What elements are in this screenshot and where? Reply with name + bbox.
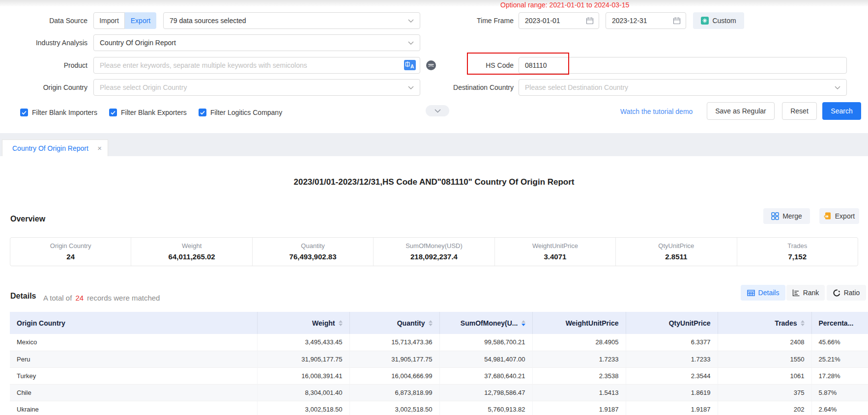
import-toggle[interactable]: Import: [93, 12, 125, 29]
custom-icon: [701, 17, 709, 25]
cell-qtyunitprice: 1.8619: [626, 384, 718, 401]
table-row: Turkey16,008,391.4116,004,666.9937,680,6…: [10, 367, 868, 384]
checkbox-label: Filter Blank Exporters: [121, 109, 187, 116]
stat-weight: Weight64,011,265.02: [131, 238, 252, 266]
chevron-down-icon: [434, 109, 441, 113]
view-details-button[interactable]: Details: [741, 285, 785, 301]
sort-icon[interactable]: [801, 320, 805, 326]
destination-country-label: Destination Country: [415, 83, 514, 91]
cell-quantity: 6,873,818.99: [349, 384, 439, 401]
cell-origin-country: Ukraine: [10, 401, 257, 415]
stat-value: 7,152: [788, 252, 807, 261]
column-header-weight[interactable]: Weight: [257, 312, 349, 334]
chevron-down-icon: [408, 86, 414, 89]
cell-sumofmoney-u: 99,586,700.21: [439, 334, 532, 351]
table-icon: [747, 290, 755, 296]
stat-sumofmoney-usd: SumOfMoney(USD)218,092,237.4: [373, 238, 494, 266]
chevron-down-icon: [408, 41, 414, 45]
cell-weightunitprice: 1.5413: [532, 384, 626, 401]
industry-analysis-select[interactable]: Country Of Origin Report: [93, 34, 420, 51]
stat-value: 3.4071: [544, 252, 566, 261]
cell-quantity: 16,004,666.99: [349, 367, 439, 384]
data-sources-select[interactable]: 79 data sources selected: [163, 12, 420, 29]
chevron-down-icon: [835, 86, 840, 89]
overview-stats: Origin Country24Weight64,011,265.02Quant…: [10, 237, 858, 266]
report-title: 2023/01/01-2023/12/31,HS Code AND"081110…: [0, 177, 868, 187]
cell-quantity: 31,905,177.75: [349, 351, 439, 367]
stat-label: Weight: [182, 242, 202, 249]
view-rank-button[interactable]: Rank: [786, 285, 825, 301]
calendar-icon[interactable]: [586, 17, 594, 25]
cell-trades: 2408: [718, 334, 811, 351]
stat-label: Quantity: [301, 242, 324, 249]
table-row: Ukraine3,002,518.503,002,518.505,760,913…: [10, 401, 868, 415]
product-label: Product: [0, 61, 87, 69]
cell-qtyunitprice: 1.9187: [626, 401, 718, 415]
checkbox-label: Filter Blank Importers: [32, 109, 97, 116]
chevron-down-icon: [408, 19, 414, 23]
merge-button[interactable]: Merge: [763, 208, 810, 224]
column-header-sumofmoney-u[interactable]: SumOfMoney(U...: [439, 312, 532, 334]
custom-range-button[interactable]: Custom: [693, 12, 744, 29]
stat-quantity: Quantity76,493,902.83: [252, 238, 373, 266]
tab-label: Country Of Origin Report: [12, 144, 88, 152]
export-button[interactable]: Export: [819, 208, 859, 224]
cell-qtyunitprice: 2.3544: [626, 367, 718, 384]
column-header-percenta: Percenta...: [811, 312, 868, 334]
tutorial-demo-link[interactable]: Watch the tutorial demo: [620, 108, 693, 115]
cell-origin-country: Peru: [10, 351, 257, 367]
column-header-label: Percenta...: [819, 319, 854, 327]
cell-origin-country: Mexico: [10, 334, 257, 351]
cell-sumofmoney-u: 37,680,640.21: [439, 367, 532, 384]
product-keywords-input[interactable]: [93, 57, 420, 74]
search-button[interactable]: Search: [822, 102, 861, 120]
export-toggle[interactable]: Export: [125, 12, 156, 29]
cell-trades: 1550: [718, 351, 811, 367]
stat-value: 76,493,902.83: [289, 252, 337, 261]
close-icon[interactable]: ×: [97, 144, 102, 152]
stat-label: Trades: [787, 242, 807, 249]
industry-analysis-value: Country Of Origin Report: [100, 39, 176, 47]
sort-icon[interactable]: [521, 320, 525, 326]
cell-origin-country: Turkey: [10, 367, 257, 384]
overview-heading: Overview: [10, 215, 45, 223]
save-as-regular-button[interactable]: Save as Regular: [707, 102, 775, 120]
checkbox-filter-blank-exporters[interactable]: Filter Blank Exporters: [109, 109, 187, 116]
cell-weight: 3,495,433.45: [257, 334, 349, 351]
total-suffix: records were matched: [87, 294, 160, 302]
tab-country-of-origin-report[interactable]: Country Of Origin Report ×: [2, 139, 108, 156]
sort-icon[interactable]: [339, 320, 343, 326]
records-matched-line: A total of 24 records were matched: [43, 294, 160, 302]
cell-sumofmoney-u: 5,760,913.82: [439, 401, 532, 415]
cell-weightunitprice: 1.7233: [532, 351, 626, 367]
stat-label: SumOfMoney(USD): [405, 242, 463, 249]
column-header-trades[interactable]: Trades: [718, 312, 811, 334]
column-header-weightunitprice: WeightUnitPrice: [532, 312, 626, 334]
column-header-label: Trades: [775, 319, 797, 327]
hs-code-label: HS Code: [415, 61, 514, 69]
view-ratio-button[interactable]: Ratio: [827, 285, 866, 301]
checkbox-checked-icon: [109, 109, 117, 116]
checkbox-filter-blank-importers[interactable]: Filter Blank Importers: [20, 109, 97, 116]
origin-country-select[interactable]: Please select Origin Country: [93, 79, 420, 96]
collapse-filters-button[interactable]: [426, 105, 449, 116]
data-source-label: Data Source: [0, 17, 87, 25]
origin-country-label: Origin Country: [0, 83, 87, 91]
destination-country-select[interactable]: Please select Destination Country: [519, 79, 847, 96]
translate-icon[interactable]: A: [404, 60, 416, 70]
cell-origin-country: Chile: [10, 384, 257, 401]
total-count: 24: [75, 294, 84, 302]
time-frame-label: Time Frame: [415, 17, 514, 25]
data-sources-select-value: 79 data sources selected: [170, 17, 246, 25]
stat-origin-country: Origin Country24: [10, 238, 131, 266]
calendar-icon[interactable]: [673, 17, 681, 25]
table-row: Mexico3,495,433.4515,713,473.3699,586,70…: [10, 334, 868, 351]
checkbox-filter-logitics-company[interactable]: Filter Logitics Company: [199, 109, 282, 116]
stat-value: 2.8511: [665, 252, 687, 261]
sort-icon[interactable]: [429, 320, 433, 326]
column-header-quantity[interactable]: Quantity: [349, 312, 439, 334]
stat-label: Origin Country: [50, 242, 91, 249]
hs-code-input[interactable]: [519, 57, 847, 74]
reset-button[interactable]: Reset: [782, 102, 817, 120]
cell-percenta: 45.66%: [811, 334, 868, 351]
